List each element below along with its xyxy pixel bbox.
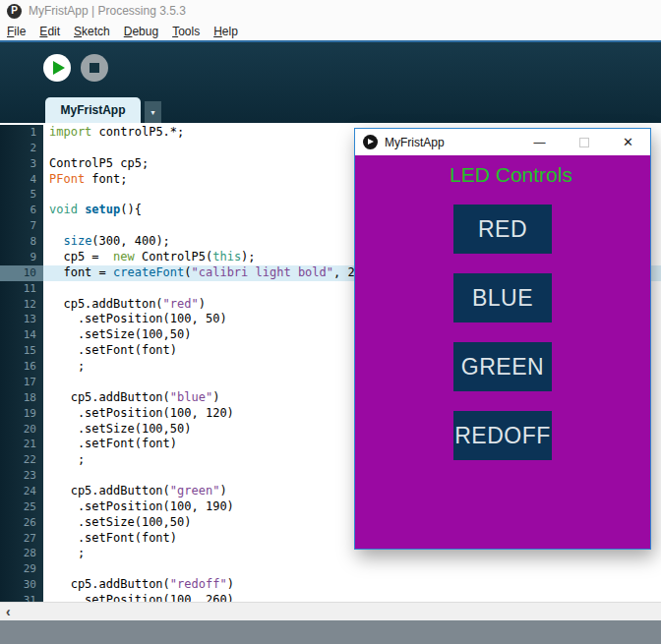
code-text: .setPosition(100, 260) bbox=[43, 593, 661, 602]
stop-button[interactable] bbox=[81, 54, 108, 82]
line-number: 2 bbox=[0, 141, 43, 156]
code-line: 30 cp5.addButton("redoff") bbox=[0, 577, 661, 593]
redoff-led-button[interactable]: REDOFF bbox=[453, 411, 552, 460]
stop-icon bbox=[90, 63, 99, 73]
line-number: 31 bbox=[0, 593, 43, 602]
sketch-app-icon bbox=[363, 135, 378, 149]
tab-dropdown-button[interactable]: ▼ bbox=[145, 101, 161, 123]
line-number: 15 bbox=[0, 343, 43, 359]
window-title: MyFristApp | Processing 3.5.3 bbox=[29, 4, 186, 18]
line-number: 16 bbox=[0, 359, 43, 375]
play-icon bbox=[53, 61, 65, 75]
processing-ide-window: P MyFristApp | Processing 3.5.3 FileEdit… bbox=[0, 0, 661, 644]
code-text: cp5.addButton("redoff") bbox=[43, 577, 661, 593]
processing-logo-icon: P bbox=[7, 4, 22, 19]
menu-item-help[interactable]: Help bbox=[207, 25, 245, 38]
line-number: 10 bbox=[0, 265, 43, 281]
line-number: 22 bbox=[0, 452, 43, 468]
line-number: 11 bbox=[0, 281, 43, 297]
line-number: 6 bbox=[0, 203, 43, 218]
menu-item-sketch[interactable]: Sketch bbox=[67, 25, 117, 38]
menu-item-edit[interactable]: Edit bbox=[32, 25, 67, 38]
line-number: 13 bbox=[0, 312, 43, 327]
line-number: 8 bbox=[0, 234, 43, 250]
line-number: 23 bbox=[0, 468, 43, 484]
line-number: 20 bbox=[0, 422, 43, 438]
red-led-button[interactable]: RED bbox=[453, 205, 552, 254]
led-controls-heading: LED Controls bbox=[355, 163, 650, 187]
line-number: 14 bbox=[0, 327, 43, 343]
line-number: 27 bbox=[0, 531, 43, 547]
blue-led-button[interactable]: BLUE bbox=[453, 273, 552, 322]
line-number: 30 bbox=[0, 577, 43, 593]
line-number: 9 bbox=[0, 250, 43, 265]
line-number: 26 bbox=[0, 515, 43, 531]
horizontal-scrollbar[interactable]: ‹ bbox=[0, 602, 661, 620]
close-icon: ✕ bbox=[623, 135, 633, 149]
line-number: 24 bbox=[0, 484, 43, 499]
play-icon bbox=[368, 139, 374, 145]
maximize-button[interactable] bbox=[562, 129, 606, 155]
line-number: 25 bbox=[0, 499, 43, 515]
toolbar: MyFristApp ▼ bbox=[0, 42, 661, 123]
line-number: 1 bbox=[0, 125, 43, 141]
menu-bar: FileEditSketchDebugToolsHelp bbox=[0, 22, 661, 42]
console-strip bbox=[0, 620, 661, 644]
scroll-left-icon[interactable]: ‹ bbox=[0, 605, 11, 618]
close-button[interactable]: ✕ bbox=[606, 129, 650, 155]
menu-item-debug[interactable]: Debug bbox=[117, 25, 165, 38]
line-number: 12 bbox=[0, 297, 43, 313]
minimize-icon: — bbox=[534, 136, 546, 149]
os-titlebar: P MyFristApp | Processing 3.5.3 bbox=[0, 0, 661, 22]
minimize-button[interactable]: — bbox=[517, 129, 562, 155]
sketch-tab[interactable]: MyFristApp bbox=[45, 97, 141, 123]
green-led-button[interactable]: GREEN bbox=[453, 342, 552, 391]
run-button[interactable] bbox=[43, 54, 71, 82]
line-number: 28 bbox=[0, 546, 43, 561]
line-number: 17 bbox=[0, 375, 43, 390]
line-number: 4 bbox=[0, 172, 43, 188]
line-number: 19 bbox=[0, 406, 43, 422]
maximize-icon bbox=[579, 138, 589, 147]
line-number: 3 bbox=[0, 156, 43, 172]
code-text bbox=[43, 561, 661, 577]
line-number: 7 bbox=[0, 218, 43, 234]
chevron-down-icon: ▼ bbox=[150, 109, 156, 116]
sketch-window: MyFristApp — ✕ LED Controls REDBLUEGREEN… bbox=[354, 128, 651, 550]
code-line: 31 .setPosition(100, 260) bbox=[0, 593, 661, 602]
sketch-titlebar[interactable]: MyFristApp — ✕ bbox=[355, 129, 650, 155]
code-line: 29 bbox=[0, 561, 661, 577]
menu-item-file[interactable]: File bbox=[0, 25, 32, 38]
sketch-window-title: MyFristApp bbox=[385, 136, 517, 149]
sketch-canvas: LED Controls REDBLUEGREENREDOFF bbox=[355, 155, 650, 549]
menu-item-tools[interactable]: Tools bbox=[165, 25, 207, 38]
line-number: 5 bbox=[0, 187, 43, 203]
line-number: 21 bbox=[0, 437, 43, 452]
line-number: 18 bbox=[0, 390, 43, 406]
line-number: 29 bbox=[0, 561, 43, 577]
